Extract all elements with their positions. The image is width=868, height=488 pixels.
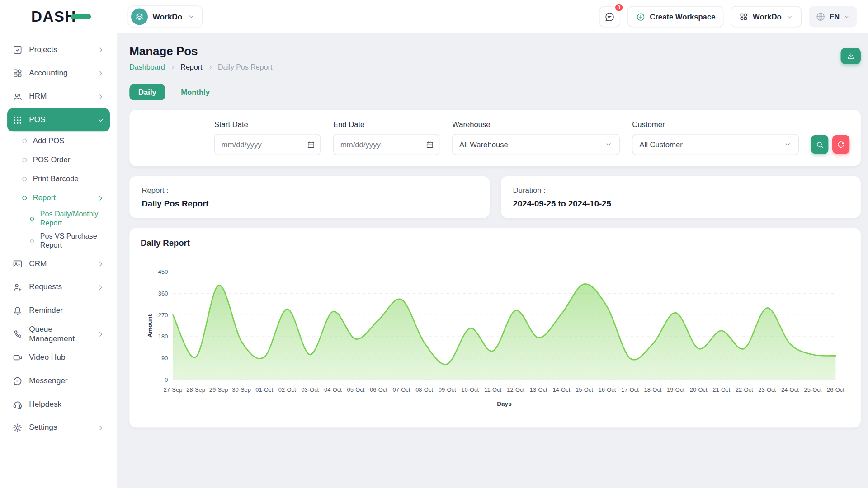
- sidebar-item-print-barcode[interactable]: Print Barcode: [7, 169, 110, 188]
- sidebar-item-settings[interactable]: Settings: [7, 416, 110, 440]
- crm-icon: [12, 258, 23, 269]
- search-button[interactable]: [811, 135, 828, 154]
- sidebar-item-pos-order[interactable]: POS Order: [7, 150, 110, 169]
- chevron-down-icon: [96, 116, 105, 124]
- tab-daily[interactable]: Daily: [129, 84, 165, 100]
- start-date-input[interactable]: [214, 134, 321, 155]
- globe-icon: [816, 12, 826, 22]
- sidebar-item-label: Helpdesk: [29, 399, 61, 409]
- download-icon: [846, 52, 855, 61]
- svg-text:20-Oct: 20-Oct: [690, 386, 708, 393]
- bullet-icon: [30, 216, 34, 221]
- sidebar-item-reminder[interactable]: Reminder: [7, 299, 110, 322]
- breadcrumb: Dashboard Report Daily Pos Report: [129, 63, 272, 71]
- duration-value: 2024-09-25 to 2024-10-25: [513, 198, 849, 208]
- customer-select[interactable]: All Customer: [632, 134, 799, 155]
- sidebar-item-helpdesk[interactable]: Helpdesk: [7, 393, 110, 416]
- user-menu-button[interactable]: WorkDo: [731, 6, 802, 28]
- create-workspace-button[interactable]: Create Workspace: [627, 6, 724, 28]
- workspace-switcher[interactable]: WorkDo: [127, 5, 203, 28]
- sidebar-item-report[interactable]: Report: [7, 188, 110, 207]
- svg-text:06-Oct: 06-Oct: [370, 386, 387, 393]
- plus-circle-icon: [636, 12, 646, 22]
- sidebar-item-label: HRM: [29, 92, 47, 102]
- start-date-label: Start Date: [214, 121, 321, 129]
- sidebar-item-projects[interactable]: Projects: [7, 38, 110, 61]
- logo-dash-icon: [71, 14, 90, 19]
- svg-text:14-Oct: 14-Oct: [552, 386, 570, 393]
- chevron-right-icon: [170, 64, 176, 70]
- accounting-icon: [12, 68, 23, 78]
- sidebar-item-label: Add POS: [33, 136, 64, 146]
- svg-text:18-Oct: 18-Oct: [644, 386, 662, 393]
- settings-icon: [12, 422, 23, 433]
- end-date-input[interactable]: [333, 134, 440, 155]
- sidebar-item-hrm[interactable]: HRM: [7, 85, 110, 108]
- sidebar-item-video-hub[interactable]: Video Hub: [7, 346, 110, 369]
- reset-button[interactable]: [832, 135, 849, 154]
- sidebar-item-add-pos[interactable]: Add POS: [7, 131, 110, 150]
- breadcrumb-report[interactable]: Report: [180, 63, 202, 71]
- chevron-down-icon: [786, 13, 793, 20]
- svg-text:24-Oct: 24-Oct: [781, 386, 799, 393]
- svg-text:15-Oct: 15-Oct: [576, 386, 593, 393]
- sidebar-item-pos-daily-monthly-report[interactable]: Pos Daily/Monthly Report: [7, 207, 110, 230]
- warehouse-value: All Warehouse: [459, 140, 508, 149]
- svg-text:09-Oct: 09-Oct: [439, 386, 456, 393]
- sidebar-item-label: Queue Management: [29, 324, 90, 344]
- report-summary-card: Report : Daily Pos Report: [129, 176, 490, 218]
- sidebar: ProjectsAccountingHRMPOSAdd POSPOS Order…: [0, 33, 117, 488]
- sidebar-item-label: POS: [29, 115, 45, 125]
- svg-text:90: 90: [161, 355, 168, 361]
- svg-text:05-Oct: 05-Oct: [347, 386, 364, 393]
- report-label: Report :: [142, 186, 477, 195]
- duration-summary-card: Duration : 2024-09-25 to 2024-10-25: [500, 176, 861, 218]
- report-value: Daily Pos Report: [142, 198, 477, 208]
- reset-icon: [837, 140, 845, 149]
- sidebar-item-messenger[interactable]: Messenger: [7, 369, 110, 393]
- search-icon: [816, 140, 824, 149]
- sidebar-item-label: Report: [33, 193, 56, 203]
- messages-button[interactable]: 0: [599, 6, 620, 28]
- customer-value: All Customer: [639, 140, 682, 149]
- sidebar-item-crm[interactable]: CRM: [7, 252, 110, 276]
- pos-icon: [12, 115, 23, 125]
- tab-monthly[interactable]: Monthly: [180, 84, 211, 100]
- language-selector[interactable]: EN: [809, 6, 857, 28]
- chat-icon: [604, 11, 615, 22]
- sidebar-item-label: Video Hub: [29, 352, 65, 362]
- warehouse-select[interactable]: All Warehouse: [452, 134, 620, 155]
- sidebar-item-label: Accounting: [29, 68, 67, 78]
- chevron-down-icon: [605, 141, 613, 148]
- sidebar-item-label: Print Barcode: [33, 174, 79, 184]
- svg-text:450: 450: [158, 268, 168, 275]
- grid-icon: [739, 12, 748, 21]
- top-bar: DASH WorkDo 0 Create Workspace WorkDo: [0, 0, 868, 33]
- download-button[interactable]: [841, 48, 861, 64]
- sidebar-item-accounting[interactable]: Accounting: [7, 61, 110, 85]
- sidebar-item-queue-management[interactable]: Queue Management: [7, 322, 110, 346]
- duration-label: Duration :: [513, 186, 849, 195]
- helpdesk-icon: [12, 399, 23, 409]
- svg-text:04-Oct: 04-Oct: [324, 386, 342, 393]
- sidebar-item-pos-vs-purchase-report[interactable]: Pos VS Purchase Report: [7, 230, 110, 252]
- svg-text:03-Oct: 03-Oct: [301, 386, 319, 393]
- bullet-icon: [22, 196, 27, 200]
- sidebar-item-label: Pos Daily/Monthly Report: [40, 210, 105, 228]
- header-actions: 0 Create Workspace WorkDo EN: [599, 6, 857, 28]
- sidebar-item-label: Reminder: [29, 306, 63, 316]
- sidebar-item-requests[interactable]: Requests: [7, 276, 110, 299]
- breadcrumb-current: Daily Pos Report: [218, 63, 272, 71]
- chevron-right-icon: [96, 423, 105, 432]
- app-logo[interactable]: DASH: [31, 8, 82, 25]
- bullet-icon: [30, 239, 34, 243]
- sidebar-item-label: POS Order: [33, 155, 70, 165]
- video-icon: [12, 352, 23, 362]
- chevron-right-icon: [96, 46, 105, 54]
- calendar-icon[interactable]: [307, 140, 316, 149]
- sidebar-item-label: Requests: [29, 282, 62, 292]
- sidebar-item-label: CRM: [29, 259, 47, 269]
- breadcrumb-dashboard[interactable]: Dashboard: [129, 63, 165, 71]
- sidebar-item-pos[interactable]: POS: [7, 108, 110, 131]
- calendar-icon[interactable]: [426, 140, 434, 149]
